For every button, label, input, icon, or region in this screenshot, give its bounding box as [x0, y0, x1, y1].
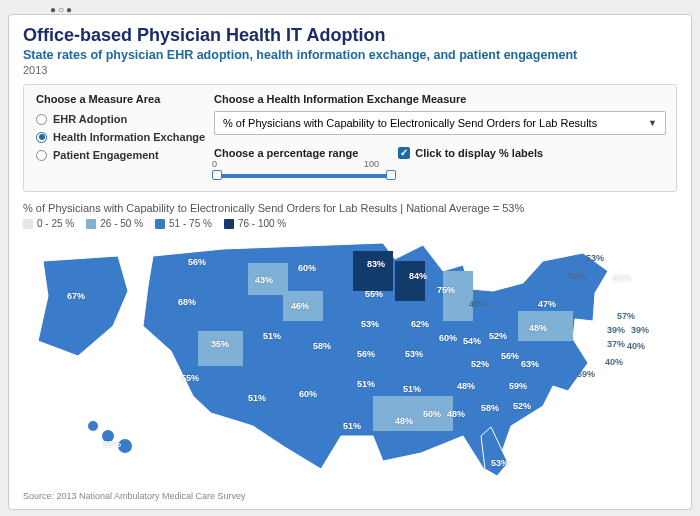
measure-area-heading: Choose a Measure Area	[36, 93, 206, 105]
radio-icon	[36, 132, 47, 143]
percentage-range-slider[interactable]: 0 100	[214, 169, 394, 183]
page-title: Office-based Physician Health IT Adoptio…	[23, 25, 677, 46]
radio-label: EHR Adoption	[53, 113, 127, 125]
chevron-down-icon: ▼	[648, 118, 657, 128]
us-map[interactable]: 67% 55% 56% 68% 55% 43% 35% 60% 46% 51% …	[23, 231, 677, 491]
legend-item: 26 - 50 %	[86, 218, 143, 229]
radio-icon	[36, 114, 47, 125]
hie-measure-select[interactable]: % of Physicians with Capability to Elect…	[214, 111, 666, 135]
us-map-svg	[23, 231, 683, 491]
controls-panel: Choose a Measure Area EHR Adoption Healt…	[23, 84, 677, 192]
legend-swatch	[155, 219, 165, 229]
legend-swatch	[23, 219, 33, 229]
legend-swatch	[86, 219, 96, 229]
svg-point-9	[102, 430, 114, 442]
slider-min-label: 0	[212, 159, 217, 169]
page-subtitle: State rates of physician EHR adoption, h…	[23, 48, 677, 62]
svg-rect-2	[198, 331, 243, 366]
page-year: 2013	[23, 64, 677, 76]
svg-rect-1	[395, 261, 425, 301]
radio-label: Patient Engagement	[53, 149, 159, 161]
legend-summary: % of Physicians with Capability to Elect…	[23, 202, 677, 214]
svg-rect-5	[443, 271, 473, 321]
svg-rect-7	[373, 396, 453, 431]
svg-rect-4	[248, 263, 288, 295]
range-heading: Choose a percentage range	[214, 147, 358, 159]
slider-handle-right[interactable]	[386, 170, 396, 180]
svg-rect-0	[353, 251, 393, 291]
source-citation: Source: 2013 National Ambulatory Medical…	[23, 491, 677, 501]
slider-max-label: 100	[364, 159, 379, 169]
radio-health-info-exchange[interactable]: Health Information Exchange	[36, 131, 206, 143]
check-icon: ✓	[398, 147, 410, 159]
radio-ehr-adoption[interactable]: EHR Adoption	[36, 113, 206, 125]
page-container: Office-based Physician Health IT Adoptio…	[8, 14, 692, 510]
display-labels-checkbox[interactable]: ✓ Click to display % labels	[398, 147, 543, 159]
legend: 0 - 25 % 26 - 50 % 51 - 75 % 76 - 100 %	[23, 218, 677, 229]
svg-point-10	[118, 439, 132, 453]
radio-icon	[36, 150, 47, 161]
legend-swatch	[224, 219, 234, 229]
svg-point-8	[88, 421, 98, 431]
select-value: % of Physicians with Capability to Elect…	[223, 117, 597, 129]
svg-rect-6	[518, 311, 573, 341]
svg-rect-3	[283, 291, 323, 321]
hie-measure-heading: Choose a Health Information Exchange Mea…	[214, 93, 666, 105]
slider-fill	[214, 174, 394, 178]
radio-patient-engagement[interactable]: Patient Engagement	[36, 149, 206, 161]
legend-item: 51 - 75 %	[155, 218, 212, 229]
radio-label: Health Information Exchange	[53, 131, 205, 143]
legend-item: 76 - 100 %	[224, 218, 286, 229]
slider-handle-left[interactable]	[212, 170, 222, 180]
legend-item: 0 - 25 %	[23, 218, 74, 229]
checkbox-label: Click to display % labels	[415, 147, 543, 159]
